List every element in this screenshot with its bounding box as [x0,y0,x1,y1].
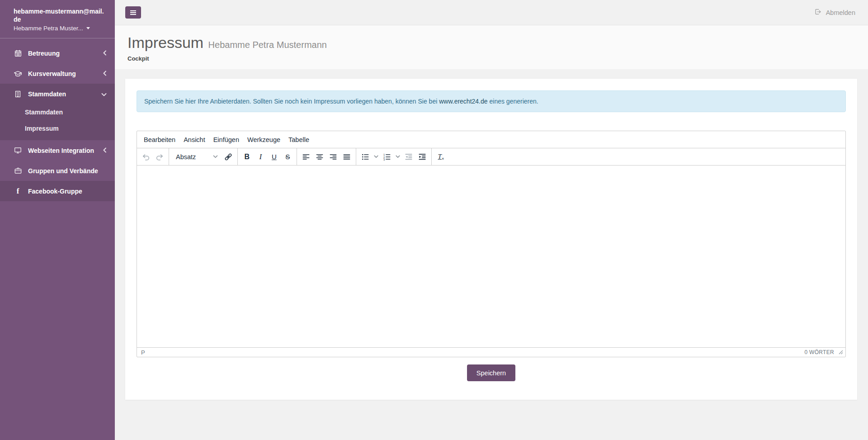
chevron-down-icon [101,90,107,98]
numbered-list-button[interactable]: 123 [380,150,394,164]
bold-button[interactable]: B [240,150,254,164]
italic-icon: I [259,152,262,161]
link-button[interactable] [222,150,235,164]
calendar-icon [14,49,22,57]
italic-button[interactable]: I [254,150,267,164]
caret-down-icon [86,27,90,29]
editor-statusbar: P 0 WÖRTER [137,347,845,357]
clear-formatting-button[interactable]: T× [434,150,448,164]
sidebar-subitem-impressum[interactable]: Impressum [0,120,115,137]
briefcase-icon [14,167,22,175]
sidebar-item-webseiten-integration[interactable]: Webseiten Integration [0,140,115,161]
chevron-down-icon [213,155,218,158]
editor-content[interactable] [137,166,845,347]
menu-tabelle[interactable]: Tabelle [284,134,313,146]
indent-button[interactable] [415,150,429,164]
toolbar-group-history [137,148,169,165]
toolbar-group-format: Absatz [169,148,238,165]
align-left-button[interactable] [299,150,313,164]
sidebar-subitem-stammdaten[interactable]: Stammdaten [0,104,115,120]
sidebar-item-gruppen-und-verbaende[interactable]: Gruppen und Verbände [0,161,115,181]
underline-icon: U [272,153,277,161]
link-icon [224,152,233,161]
chevron-left-icon [103,50,107,57]
align-justify-icon [342,152,351,161]
strikethrough-button[interactable]: S [281,150,294,164]
desktop-icon [14,147,22,154]
underline-button[interactable]: U [267,150,281,164]
bullet-list-dropdown[interactable] [372,150,380,164]
erecht24-link[interactable]: www.erecht24.de [439,98,487,105]
facebook-icon: f [14,187,22,195]
chevron-down-icon [374,155,378,158]
align-right-button[interactable] [326,150,340,164]
sidebar-item-label: Betreuung [28,50,97,57]
save-button[interactable]: Speichern [467,364,515,381]
sidebar-item-facebook-gruppe[interactable]: f Facebook-Gruppe [0,181,115,201]
undo-button[interactable] [139,150,153,164]
sidebar-item-label: Facebook-Gruppe [28,188,108,195]
menu-einfuegen[interactable]: Einfügen [209,134,243,146]
resize-handle[interactable] [838,349,844,355]
user-panel: hebamme-mustermann@mail.de Hebamme Petra… [0,0,115,38]
sidebar-item-betreuung[interactable]: Betreuung [0,43,115,63]
sign-out-icon [814,8,822,17]
page-subtitle: Hebamme Petra Mustermann [208,40,327,50]
user-email: hebamme-mustermann@mail.de [14,7,107,24]
paragraph-format-select[interactable]: Absatz [171,150,222,164]
chevron-left-icon [103,147,107,154]
top-navbar: Abmelden [115,0,868,25]
align-right-icon [329,152,338,161]
resize-grip-icon [839,350,843,355]
align-center-icon [315,152,324,161]
clear-formatting-icon: T× [438,153,444,161]
bullet-list-button[interactable] [359,150,372,164]
menu-bearbeiten[interactable]: Bearbeiten [140,134,179,146]
toolbar-group-text-style: B I U S [238,148,297,165]
numbered-list-dropdown[interactable] [394,150,402,164]
format-select-value: Absatz [176,153,196,161]
chevron-left-icon [103,70,107,77]
outdent-button[interactable] [402,150,415,164]
page-header: Impressum Hebamme Petra Mustermann Cockp… [115,25,868,69]
main-area: Abmelden Impressum Hebamme Petra Musterm… [115,0,868,440]
editor-toolbar: Absatz B I U S [137,148,845,166]
sidebar-item-kursverwaltung[interactable]: Kursverwaltung [0,63,115,84]
info-alert: Speichern Sie hier Ihre Anbieterdaten. S… [137,90,846,112]
sidebar-item-stammdaten[interactable]: Stammdaten [0,84,115,104]
breadcrumb[interactable]: Cockpit [127,55,856,62]
logout-button[interactable]: Abmelden [814,8,855,17]
numbered-list-icon: 123 [382,152,392,161]
word-count[interactable]: 0 WÖRTER [804,349,834,355]
content-area: Impressum Hebamme Petra Mustermann Cockp… [115,25,868,440]
strikethrough-icon: S [285,153,290,161]
bold-icon: B [245,153,250,161]
menu-ansicht[interactable]: Ansicht [179,134,209,146]
logout-label: Abmelden [826,9,855,16]
toolbar-group-clear: T× [432,148,450,165]
bullet-list-icon [361,152,370,161]
align-center-button[interactable] [313,150,326,164]
outdent-icon [404,152,413,161]
element-path[interactable]: P [141,349,145,356]
graduation-cap-icon [14,70,22,77]
sidebar-group-stammdaten: Stammdaten Stammdaten Impressum [0,84,115,140]
richtext-editor: Bearbeiten Ansicht Einfügen Werkzeuge Ta… [137,131,846,357]
impressum-card: Speichern Sie hier Ihre Anbieterdaten. S… [125,78,857,400]
sidebar-item-label: Webseiten Integration [28,147,97,154]
building-icon [14,90,22,98]
redo-button[interactable] [153,150,166,164]
toolbar-group-lists: 123 [356,148,432,165]
sidebar-item-label: Kursverwaltung [28,70,97,77]
editor-menubar: Bearbeiten Ansicht Einfügen Werkzeuge Ta… [137,131,845,148]
redo-icon [155,152,164,161]
user-name-label: Hebamme Petra Muster... [14,25,83,32]
align-justify-button[interactable] [340,150,354,164]
menu-werkzeuge[interactable]: Werkzeuge [243,134,284,146]
sidebar-subnav-stammdaten: Stammdaten Impressum [0,104,115,140]
align-left-icon [302,152,311,161]
sidebar-nav: Betreuung Kursverwaltung Stammdaten [0,43,115,201]
user-dropdown[interactable]: Hebamme Petra Muster... [14,25,107,32]
sidebar-toggle-button[interactable] [125,6,141,19]
sidebar: hebamme-mustermann@mail.de Hebamme Petra… [0,0,115,440]
